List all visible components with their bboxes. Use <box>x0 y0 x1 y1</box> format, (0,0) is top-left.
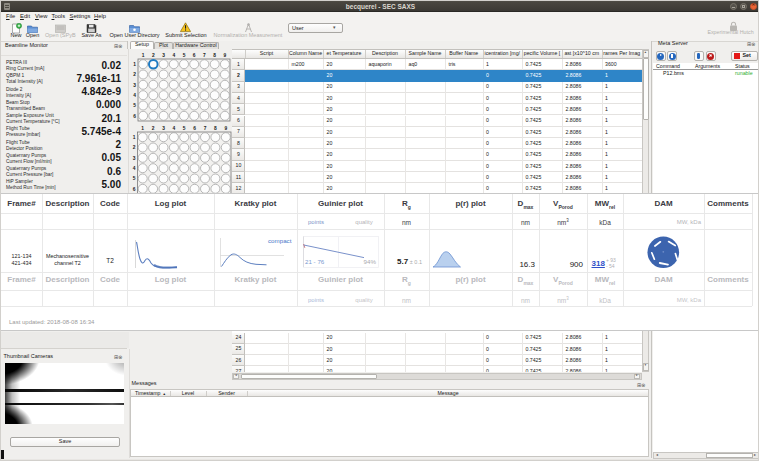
svg-text:7: 7 <box>203 53 206 58</box>
svg-text:5: 5 <box>133 103 136 108</box>
svg-text:4: 4 <box>133 93 136 98</box>
svg-text:4: 4 <box>172 53 175 58</box>
svg-text:8: 8 <box>214 126 217 131</box>
svg-text:5: 5 <box>133 176 136 181</box>
svg-text:1: 1 <box>142 53 145 58</box>
svg-text:9: 9 <box>224 53 227 58</box>
svg-text:4: 4 <box>133 166 136 171</box>
svg-text:5: 5 <box>183 53 186 58</box>
svg-text:2: 2 <box>133 145 136 150</box>
svg-text:9: 9 <box>224 126 227 131</box>
svg-text:6: 6 <box>193 126 196 131</box>
svg-text:3: 3 <box>162 53 165 58</box>
svg-text:2: 2 <box>152 53 155 58</box>
svg-text:3: 3 <box>133 156 136 161</box>
svg-text:6: 6 <box>193 53 196 58</box>
svg-text:4: 4 <box>173 126 176 131</box>
svg-text:8: 8 <box>213 53 216 58</box>
svg-text:1: 1 <box>141 126 144 131</box>
svg-text:1: 1 <box>133 62 136 67</box>
svg-text:3: 3 <box>133 83 136 88</box>
svg-text:6: 6 <box>133 187 136 192</box>
svg-text:1: 1 <box>133 135 136 140</box>
svg-text:5: 5 <box>183 126 186 131</box>
svg-text:6: 6 <box>133 114 136 119</box>
svg-text:2: 2 <box>133 72 136 77</box>
svg-text:3: 3 <box>162 126 165 131</box>
svg-text:7: 7 <box>204 126 207 131</box>
svg-text:2: 2 <box>152 126 155 131</box>
